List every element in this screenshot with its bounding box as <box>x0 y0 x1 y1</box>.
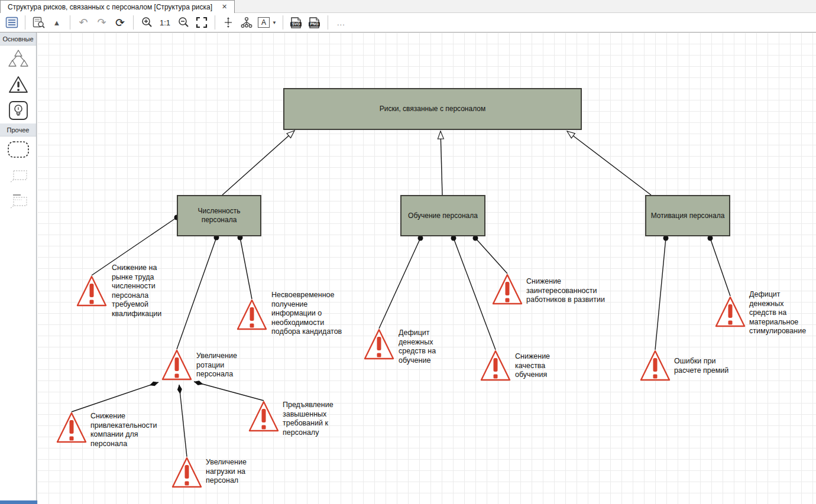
risk-node[interactable]: Увеличение ротации персонала <box>161 349 193 381</box>
zoom-out-button[interactable] <box>176 15 190 30</box>
warning-triangle-icon <box>76 275 108 307</box>
document-search-icon <box>32 17 45 28</box>
refresh-icon: ⟳ <box>115 17 125 28</box>
dashed-shape-lines-icon <box>8 193 29 210</box>
svg-text:PNG: PNG <box>310 22 319 26</box>
undo-icon: ↶ <box>79 17 88 28</box>
risk-label: Предъявление завышенных требований к пер… <box>283 401 383 437</box>
warning-triangle-icon <box>491 273 523 305</box>
more-options-button[interactable]: ... <box>334 15 348 30</box>
fit-to-screen-button[interactable] <box>195 15 209 30</box>
risk-label: Увеличение нагрузки на персонал <box>206 458 306 486</box>
palette-item-idea[interactable] <box>0 97 36 123</box>
undo-button[interactable]: ↶ <box>76 15 90 30</box>
close-icon[interactable]: ✕ <box>222 4 227 10</box>
toolbar: ▲ ↶ ↷ ⟳ 1:1 <box>0 13 816 32</box>
node-training[interactable]: Обучение персонала <box>400 195 485 236</box>
toolbar-separator <box>283 15 283 30</box>
dashed-rounded-rect-icon <box>7 140 30 159</box>
palette-section-basic[interactable]: Основные <box>0 32 36 45</box>
toolbar-separator <box>328 15 328 30</box>
tab-bar: Структура рисков, связанных с персоналом… <box>0 0 816 13</box>
tree-layout-button[interactable] <box>239 15 254 30</box>
tab-risk-structure[interactable]: Структура рисков, связанных с персоналом… <box>0 0 235 13</box>
warning-triangle-icon <box>161 349 193 381</box>
composition-link[interactable] <box>72 382 158 412</box>
svg-file-icon: SVG <box>289 17 303 29</box>
move-arrows-icon <box>222 17 234 28</box>
palette-item-frame[interactable] <box>0 136 36 162</box>
palette-item-risk-tree[interactable] <box>0 45 36 71</box>
zoom-reset-button[interactable]: 1:1 <box>158 15 172 30</box>
zoom-in-icon <box>141 17 153 28</box>
warning-triangle-icon <box>248 400 280 433</box>
risk-node[interactable]: Предъявление завышенных требований к пер… <box>248 400 280 433</box>
generalization-link[interactable] <box>567 131 651 195</box>
hierarchy-icon <box>240 17 253 28</box>
font-style-button[interactable]: A ▼ <box>258 15 277 30</box>
risk-link[interactable] <box>379 238 420 329</box>
risk-node[interactable]: Ошибки при расчете премий <box>639 349 671 382</box>
risk-label: Снижение привлекательности компании для … <box>90 412 191 448</box>
auto-arrange-button[interactable] <box>221 15 235 30</box>
risk-link[interactable] <box>475 238 507 274</box>
risk-node[interactable]: Увеличение нагрузки на персонал <box>171 456 203 489</box>
toolbar-separator <box>25 15 25 30</box>
redo-button[interactable]: ↷ <box>95 15 109 30</box>
toolbar-separator <box>70 15 70 30</box>
zoom-in-button[interactable] <box>140 15 154 30</box>
risk-node[interactable]: Снижение на рынке труда численности перс… <box>76 275 108 307</box>
collapse-button[interactable]: ▲ <box>50 15 64 30</box>
diagram-canvas[interactable]: Риски, связанные с персоналом Численност… <box>37 32 816 504</box>
node-motivation[interactable]: Мотивация персонала <box>645 195 730 236</box>
refresh-button[interactable]: ⟳ <box>113 15 127 30</box>
risk-node[interactable]: Дефицит денежных средств на обучение <box>363 328 395 360</box>
node-headcount[interactable]: Численность персонала <box>177 195 261 236</box>
export-png-button[interactable]: PNG <box>307 15 322 30</box>
zoom-out-icon <box>177 17 190 28</box>
risk-label: Несвоевременное получение информации о н… <box>271 291 372 337</box>
risk-label: Снижение заинтересованности работников в… <box>526 277 627 305</box>
palette-section-label: Основные <box>2 35 33 43</box>
warning-triangle-icon <box>639 349 671 382</box>
risk-link[interactable] <box>655 238 666 350</box>
warning-triangle-icon <box>363 328 395 360</box>
risk-link[interactable] <box>240 238 252 299</box>
png-file-icon: PNG <box>307 17 321 29</box>
ellipsis-icon: ... <box>337 18 345 27</box>
palette-item-risk[interactable] <box>0 71 36 97</box>
shape-palette: Основные <box>0 32 37 504</box>
toolbar-separator <box>133 15 134 30</box>
risk-label: Увеличение ротации персонала <box>196 352 297 379</box>
risk-label: Снижение на рынке труда численности перс… <box>112 264 212 318</box>
risk-node[interactable]: Дефицит денежных средств на материальное… <box>714 295 746 328</box>
warning-triangle-icon <box>171 456 203 489</box>
warning-triangle-icon <box>236 298 268 331</box>
triangle-tree-icon <box>7 48 30 69</box>
composition-link[interactable] <box>194 382 264 401</box>
palette-item-note[interactable] <box>0 162 36 188</box>
risk-node[interactable]: Несвоевременное получение информации о н… <box>236 298 268 331</box>
risk-label: Снижение качества обучения <box>515 352 616 380</box>
risk-label: Ошибки при расчете премий <box>674 357 775 375</box>
generalization-link[interactable] <box>441 131 442 195</box>
warning-triangle-icon <box>714 295 746 328</box>
risk-link[interactable] <box>710 238 730 296</box>
font-icon: A <box>258 17 270 28</box>
export-svg-button[interactable]: SVG <box>289 15 303 30</box>
risk-node[interactable]: Снижение заинтересованности работников в… <box>491 273 523 305</box>
svg-text:SVG: SVG <box>292 22 300 26</box>
application-window: Структура рисков, связанных с персоналом… <box>0 0 816 504</box>
node-root[interactable]: Риски, связанные с персоналом <box>283 88 582 130</box>
risk-node[interactable]: Снижение качества обучения <box>480 349 511 382</box>
warning-triangle-icon <box>8 75 29 94</box>
properties-list-button[interactable] <box>5 15 19 30</box>
palette-item-note-titled[interactable] <box>0 188 36 214</box>
risk-node[interactable]: Снижение привлекательности компании для … <box>56 411 88 444</box>
generalization-link[interactable] <box>222 131 294 195</box>
find-in-document-button[interactable] <box>31 15 46 30</box>
warning-triangle-icon <box>56 411 88 444</box>
palette-section-other[interactable]: Прочее <box>0 123 36 136</box>
tab-title: Структура рисков, связанных с персоналом… <box>8 3 212 11</box>
list-icon <box>5 17 18 28</box>
